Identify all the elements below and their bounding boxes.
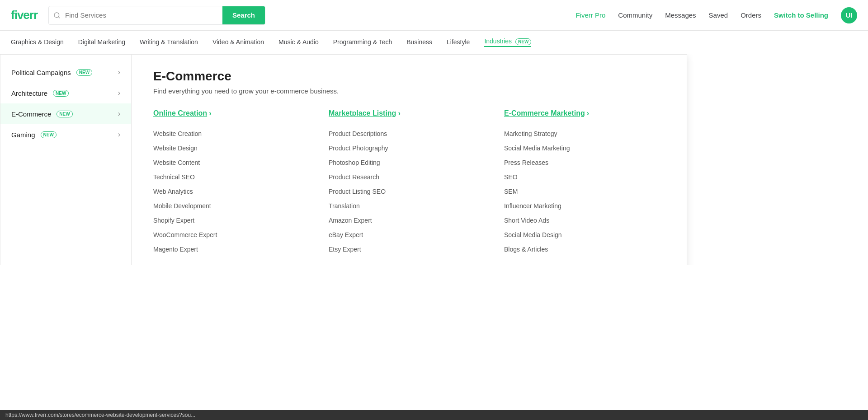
item-web-analytics[interactable]: Web Analytics [153, 184, 314, 199]
search-button[interactable]: Search [222, 6, 265, 25]
chevron-right-icon-2: › [118, 89, 120, 97]
item-mobile-development[interactable]: Mobile Development [153, 199, 314, 213]
column-header-marketing[interactable]: E-Commerce Marketing › [504, 109, 665, 117]
header-nav: Fiverr Pro Community Messages Saved Orde… [576, 7, 857, 23]
ecommerce-section-title: E-Commerce [153, 69, 665, 84]
chevron-right-online: › [209, 109, 211, 117]
nav-saved[interactable]: Saved [709, 11, 728, 19]
menu-item-architecture[interactable]: Architecture NEW › [0, 83, 131, 103]
ecommerce-section-desc: Find everything you need to grow your e-… [153, 87, 665, 95]
item-website-creation[interactable]: Website Creation [153, 126, 314, 141]
chevron-right-marketing: › [587, 109, 589, 117]
nav-orders[interactable]: Orders [741, 11, 761, 19]
item-woocommerce-expert[interactable]: WooCommerce Expert [153, 228, 314, 242]
search-icon [49, 12, 65, 19]
item-product-listing-seo[interactable]: Product Listing SEO [329, 184, 490, 199]
nav-community[interactable]: Community [618, 11, 652, 19]
cat-lifestyle[interactable]: Lifestyle [447, 38, 470, 47]
search-bar: Search [48, 6, 265, 25]
cat-business[interactable]: Business [406, 38, 432, 47]
svg-line-1 [58, 17, 60, 18]
ecommerce-new-badge: NEW [57, 111, 72, 117]
header: fiverr Search Fiverr Pro Community Messa… [0, 0, 868, 31]
cat-writing[interactable]: Writing & Translation [140, 38, 198, 47]
item-ebay-expert[interactable]: eBay Expert [329, 228, 490, 242]
item-magento-expert[interactable]: Magento Expert [153, 242, 314, 257]
item-press-releases[interactable]: Press Releases [504, 155, 665, 170]
item-product-research[interactable]: Product Research [329, 170, 490, 184]
item-etsy-expert[interactable]: Etsy Expert [329, 242, 490, 257]
cat-video[interactable]: Video & Animation [212, 38, 264, 47]
category-nav: Graphics & Design Digital Marketing Writ… [0, 31, 868, 54]
cat-digital-marketing[interactable]: Digital Marketing [78, 38, 125, 47]
item-short-video-ads[interactable]: Short Video Ads [504, 213, 665, 228]
search-input[interactable] [65, 11, 222, 19]
nav-messages[interactable]: Messages [665, 11, 696, 19]
cat-music[interactable]: Music & Audio [278, 38, 319, 47]
cat-industries[interactable]: Industries NEW [484, 37, 531, 47]
item-shopify-expert[interactable]: Shopify Expert [153, 213, 314, 228]
column-header-marketplace[interactable]: Marketplace Listing › [329, 109, 490, 117]
column-online-creation: Online Creation › Website Creation Websi… [153, 109, 314, 257]
item-product-descriptions[interactable]: Product Descriptions [329, 126, 490, 141]
item-translation[interactable]: Translation [329, 199, 490, 213]
menu-item-ecommerce[interactable]: E-Commerce NEW › [0, 103, 131, 124]
column-header-online-creation[interactable]: Online Creation › [153, 109, 314, 117]
chevron-right-icon-4: › [118, 131, 120, 139]
nav-pro[interactable]: Fiverr Pro [576, 11, 606, 19]
item-social-media-marketing[interactable]: Social Media Marketing [504, 141, 665, 155]
cat-graphics[interactable]: Graphics & Design [11, 38, 64, 47]
logo[interactable]: fiverr [11, 8, 38, 22]
dropdown-right-content: E-Commerce Find everything you need to g… [132, 55, 687, 265]
item-social-media-design[interactable]: Social Media Design [504, 228, 665, 242]
item-photoshop-editing[interactable]: Photoshop Editing [329, 155, 490, 170]
avatar[interactable]: UI [841, 7, 857, 23]
item-website-content[interactable]: Website Content [153, 155, 314, 170]
item-sem[interactable]: SEM [504, 184, 665, 199]
main-layout: FIVERR › DIGITAL MARKETING › Surveys Use… [0, 54, 868, 265]
column-ecommerce-marketing: E-Commerce Marketing › Marketing Strateg… [504, 109, 665, 257]
item-blogs-articles[interactable]: Blogs & Articles [504, 242, 665, 257]
item-seo[interactable]: SEO [504, 170, 665, 184]
item-amazon-expert[interactable]: Amazon Expert [329, 213, 490, 228]
item-influencer-marketing[interactable]: Influencer Marketing [504, 199, 665, 213]
item-website-design[interactable]: Website Design [153, 141, 314, 155]
item-product-photography[interactable]: Product Photography [329, 141, 490, 155]
item-technical-seo[interactable]: Technical SEO [153, 170, 314, 184]
column-marketplace-listing: Marketplace Listing › Product Descriptio… [329, 109, 490, 257]
industries-new-badge: NEW [515, 38, 531, 45]
columns-grid: Online Creation › Website Creation Websi… [153, 109, 665, 257]
item-marketing-strategy[interactable]: Marketing Strategy [504, 126, 665, 141]
architecture-new-badge: NEW [53, 90, 69, 97]
nav-switch[interactable]: Switch to Selling [774, 11, 828, 19]
gaming-new-badge: NEW [41, 131, 57, 138]
svg-point-0 [54, 13, 59, 18]
chevron-right-icon-3: › [118, 110, 120, 118]
political-new-badge: NEW [76, 69, 92, 76]
chevron-right-icon: › [118, 68, 120, 76]
chevron-right-marketplace: › [398, 109, 400, 117]
menu-item-political[interactable]: Political Campaigns NEW › [0, 62, 131, 83]
cat-programming[interactable]: Programming & Tech [333, 38, 392, 47]
dropdown-left-menu: Political Campaigns NEW › Architecture N… [0, 55, 132, 265]
dropdown-panel: Political Campaigns NEW › Architecture N… [0, 54, 687, 265]
menu-item-gaming[interactable]: Gaming NEW › [0, 124, 131, 145]
